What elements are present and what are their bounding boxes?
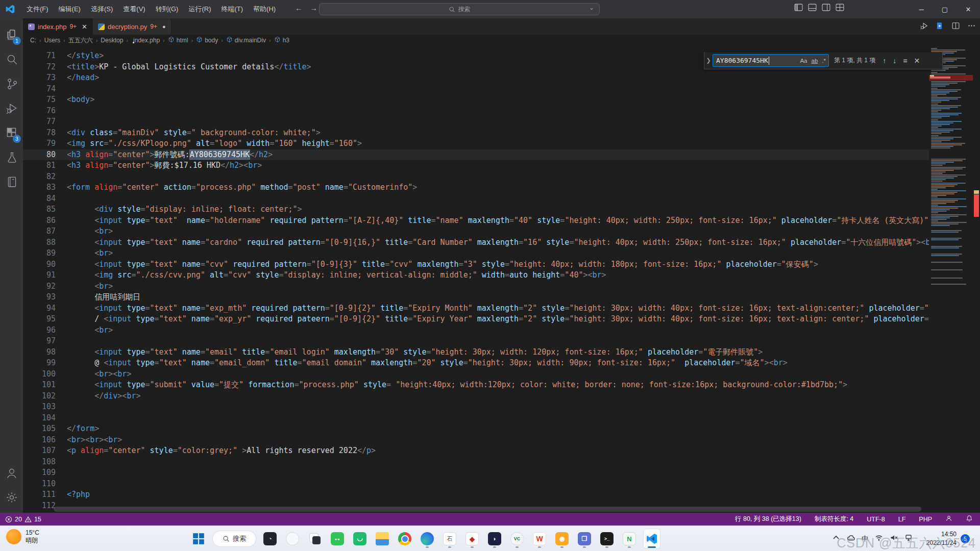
status-item-1[interactable]: 制表符长度: 4 xyxy=(815,515,853,523)
toggle-panel-icon[interactable] xyxy=(808,3,817,12)
code-line-74[interactable]: 74 xyxy=(23,84,929,95)
ime-language-indicator[interactable]: 中 xyxy=(862,534,868,543)
code-line-73[interactable]: 73</head> xyxy=(23,72,929,84)
more-actions-icon[interactable] xyxy=(967,21,976,32)
split-editor-icon[interactable] xyxy=(951,21,960,32)
forward-arrow-icon[interactable]: → xyxy=(310,4,317,12)
status-item-4[interactable]: PHP xyxy=(919,516,932,523)
regex-toggle[interactable]: .* xyxy=(822,58,826,64)
code-line-94[interactable]: 94 <input type="text" name="exp_mth" req… xyxy=(23,303,929,314)
code-line-97[interactable]: 97 xyxy=(23,336,929,347)
code-line-78[interactable]: 78<div class="mainDiv" style=" backgroun… xyxy=(23,128,929,139)
code-editor[interactable]: 71</style>72<title>KP - Global Logistics… xyxy=(23,46,980,513)
code-line-76[interactable]: 76 xyxy=(23,106,929,117)
find-in-selection-icon[interactable]: ≡ xyxy=(903,57,907,65)
breadcrumb-item-html[interactable]: html xyxy=(168,36,188,44)
code-line-111[interactable]: 111<?php xyxy=(23,489,929,500)
onedrive-cloud-icon[interactable] xyxy=(847,534,855,544)
activitybar-settings-gear-icon[interactable] xyxy=(0,485,23,510)
taskbar-snip-app-icon[interactable] xyxy=(284,529,301,549)
breadcrumb-item-body[interactable]: body xyxy=(196,36,218,44)
code-line-93[interactable]: 93 信用咭到期日 xyxy=(23,292,929,303)
taskbar-navicat-icon[interactable] xyxy=(621,529,638,549)
code-line-82[interactable]: 82 xyxy=(23,171,929,183)
chevron-down-icon[interactable]: ⌄ xyxy=(589,4,594,11)
status-item-2[interactable]: UTF-8 xyxy=(867,516,885,523)
taskbar-clock[interactable]: 14:50 2022/11/24 xyxy=(926,530,957,547)
menu-item-4[interactable]: 转到(G) xyxy=(151,3,184,16)
activitybar-extensions-icon[interactable]: 3 xyxy=(0,120,23,145)
code-line-106[interactable]: 106<br><br><br> xyxy=(23,435,929,446)
volume-muted-icon[interactable] xyxy=(890,534,898,544)
activitybar-source-control-icon[interactable] xyxy=(0,71,23,96)
breadcrumb-item-index.php[interactable]: index.php xyxy=(131,37,160,44)
activitybar-explorer-icon[interactable]: 1 xyxy=(0,22,23,47)
menu-item-2[interactable]: 选择(S) xyxy=(86,3,118,16)
activitybar-testing-icon[interactable] xyxy=(0,145,23,169)
activitybar-run-debug-icon[interactable] xyxy=(0,96,23,120)
maximize-button[interactable]: ▢ xyxy=(933,0,957,18)
activitybar-account-icon[interactable] xyxy=(0,461,23,485)
breadcrumb-item-h3[interactable]: h3 xyxy=(274,36,289,44)
menu-item-6[interactable]: 终端(T) xyxy=(216,3,248,16)
code-line-110[interactable]: 110 xyxy=(23,479,929,490)
code-line-83[interactable]: 83<form align="center" action="process.p… xyxy=(23,182,929,193)
horizontal-scrollbar[interactable] xyxy=(54,507,921,512)
code-line-90[interactable]: 90 <input type="text" name="cvv" require… xyxy=(23,259,929,270)
code-line-101[interactable]: 101 <input type="submit" value="提交" form… xyxy=(23,380,929,391)
taskbar-task-view-icon[interactable] xyxy=(306,529,324,549)
code-line-108[interactable]: 108 xyxy=(23,457,929,468)
toggle-secondary-sidebar-icon[interactable] xyxy=(822,3,830,12)
code-line-91[interactable]: 91 <img src="./css/cvv.png" alt="cvv" st… xyxy=(23,270,929,281)
taskbar-chrome-icon[interactable] xyxy=(396,529,413,549)
menu-item-0[interactable]: 文件(F) xyxy=(21,3,54,16)
taskbar-red-app-icon[interactable] xyxy=(463,529,481,549)
taskbar-app-store-icon[interactable] xyxy=(351,529,369,549)
code-line-96[interactable]: 96 <br> xyxy=(23,325,929,336)
tab-index.php[interactable]: index.php9+✕ xyxy=(23,18,93,35)
code-line-81[interactable]: 81<h3 align="center">郵費:$17.16 HKD</h2><… xyxy=(23,160,929,171)
code-line-104[interactable]: 104 xyxy=(23,413,929,424)
match-case-toggle[interactable]: Aa xyxy=(800,58,807,64)
code-line-98[interactable]: 98 <input type="text" name="email" title… xyxy=(23,347,929,358)
code-line-99[interactable]: 99 @ <input type="text" name="email_domn… xyxy=(23,358,929,369)
next-match-icon[interactable]: ↓ xyxy=(893,57,896,65)
taskbar-orange-app-icon[interactable] xyxy=(553,529,571,549)
code-line-87[interactable]: 87 <br> xyxy=(23,226,929,237)
status-item-3[interactable]: LF xyxy=(898,516,906,523)
code-line-105[interactable]: 105</form> xyxy=(23,423,929,435)
find-input[interactable]: AY806369745HK Aa ab .* xyxy=(713,54,829,67)
taskbar-terminal-icon[interactable] xyxy=(598,529,616,549)
breadcrumb[interactable]: C:›Users›五五六六›Desktop›index.php›html›bod… xyxy=(23,35,980,46)
feedback-icon[interactable] xyxy=(945,515,952,523)
chevron-up-icon[interactable] xyxy=(832,534,840,544)
toggle-sidebar-icon[interactable] xyxy=(794,3,803,12)
taskbar-file-explorer-icon[interactable] xyxy=(374,529,391,549)
code-line-102[interactable]: 102 </div><br> xyxy=(23,391,929,402)
menu-item-7[interactable]: 帮助(H) xyxy=(248,3,281,16)
wifi-icon[interactable] xyxy=(875,534,883,544)
code-line-107[interactable]: 107<p align="center" style="color:grey;"… xyxy=(23,445,929,457)
back-arrow-icon[interactable]: ← xyxy=(295,4,303,12)
overview-ruler-scrollbar[interactable] xyxy=(973,46,980,513)
toggle-replace-chevron-icon[interactable]: ❯ xyxy=(704,52,713,69)
close-find-icon[interactable]: ✕ xyxy=(914,57,920,65)
taskbar-wps-icon[interactable] xyxy=(531,529,548,549)
windows-start-button[interactable] xyxy=(190,529,207,549)
code-line-85[interactable]: 85 <div style="display: inline; float: c… xyxy=(23,204,929,215)
code-line-92[interactable]: 92 <br> xyxy=(23,281,929,292)
problems-indicator[interactable]: 20 15 xyxy=(0,516,41,523)
command-center-search[interactable]: 搜索 ⌄ xyxy=(319,3,600,15)
taskbar-search-pill[interactable]: 搜索 xyxy=(212,531,256,547)
taskbar-vscode-icon[interactable] xyxy=(643,529,660,549)
code-line-77[interactable]: 77 xyxy=(23,116,929,128)
code-line-95[interactable]: 95 / <input type="text" name="exp_yr" re… xyxy=(23,314,929,325)
tab-modified-dot-icon[interactable]: ● xyxy=(162,23,166,30)
taskbar-navy-app-icon[interactable] xyxy=(486,529,503,549)
code-line-89[interactable]: 89 <br> xyxy=(23,248,929,259)
notifications-bell-icon[interactable] xyxy=(966,515,973,523)
activitybar-notebook-icon[interactable] xyxy=(0,169,23,194)
close-button[interactable]: ✕ xyxy=(957,0,980,18)
taskbar-vc-app-icon[interactable] xyxy=(508,529,526,549)
run-or-debug-icon[interactable] xyxy=(920,21,928,32)
